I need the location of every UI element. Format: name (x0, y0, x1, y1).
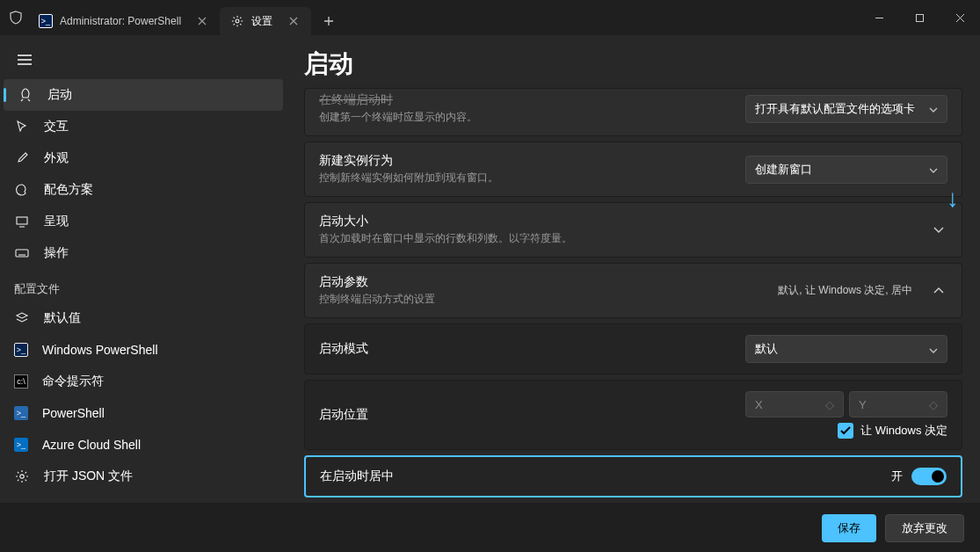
powershell-icon: >_ (14, 343, 28, 357)
svg-point-4 (20, 475, 24, 478)
checkbox-label: 让 Windows 决定 (860, 423, 947, 439)
profiles-header: 配置文件 (0, 269, 287, 302)
arrow-annotation: ↓ (947, 185, 959, 213)
toggle-state-label: 开 (891, 468, 903, 484)
sidebar-item-label: Windows PowerShell (42, 343, 158, 357)
card-subtitle: 控制新终端实例如何附加到现有窗口。 (319, 171, 733, 185)
card-title: 启动参数 (319, 274, 766, 290)
sidebar-item-appearance[interactable]: 外观 (0, 142, 287, 174)
open-json-button[interactable]: 打开 JSON 文件 (0, 461, 287, 492)
sidebar-item-startup[interactable]: 启动 (4, 79, 283, 111)
row-launch-position: 启动位置 X◇ Y◇ 让 Windows 决定 (304, 380, 962, 450)
card-title: 在终端启动时 (319, 92, 733, 108)
card-startup-content[interactable]: 在终端启动时 创建第一个终端时应显示的内容。 打开具有默认配置文件的选项卡 (304, 88, 962, 136)
main-content: 启动 在终端启动时 创建第一个终端时应显示的内容。 打开具有默认配置文件的选项卡… (287, 35, 980, 503)
launch-mode-select[interactable]: 默认 (745, 335, 947, 363)
powershell-icon: >_ (39, 14, 53, 28)
close-icon[interactable] (287, 14, 301, 28)
card-launch-params[interactable]: 启动参数 控制终端启动方式的设置 默认, 让 Windows 决定, 居中 (304, 263, 962, 318)
sidebar-item-cmd[interactable]: c:\ 命令提示符 (0, 366, 287, 397)
rocket-icon (18, 87, 33, 103)
y-input[interactable]: Y◇ (849, 391, 947, 418)
gear-icon (230, 14, 244, 28)
sidebar-item-label: 启动 (47, 87, 72, 103)
window-close-button[interactable] (940, 0, 980, 35)
new-instance-select[interactable]: 创建新窗口 (745, 156, 947, 184)
cmd-icon: c:\ (14, 374, 28, 389)
row-title: 在启动时居中 (320, 468, 891, 484)
keyboard-icon (14, 245, 30, 261)
card-title: 新建实例行为 (319, 153, 733, 169)
open-json-label: 打开 JSON 文件 (44, 468, 133, 484)
tab-settings[interactable]: 设置 (220, 7, 311, 35)
sidebar-item-label: PowerShell (42, 406, 105, 420)
sidebar-item-actions[interactable]: 操作 (0, 237, 287, 269)
sidebar-item-label: 配色方案 (44, 182, 93, 198)
minimize-button[interactable] (859, 0, 899, 35)
select-value: 创建新窗口 (755, 162, 812, 178)
checkbox-checked-icon (838, 423, 853, 439)
chevron-down-icon[interactable] (930, 227, 947, 233)
svg-point-0 (236, 19, 239, 23)
center-toggle[interactable] (911, 468, 947, 485)
layers-icon (14, 310, 30, 326)
new-tab-button[interactable] (316, 9, 341, 33)
sidebar-item-label: 命令提示符 (42, 374, 104, 389)
page-title: 启动 (287, 35, 980, 88)
row-title: 启动模式 (319, 341, 745, 357)
sidebar-item-label: 默认值 (44, 310, 81, 326)
brush-icon (14, 150, 30, 166)
sidebar-item-rendering[interactable]: 呈现 (0, 206, 287, 237)
chevron-up-icon[interactable] (930, 287, 947, 294)
card-summary: 默认, 让 Windows 决定, 居中 (778, 283, 912, 298)
palette-icon (14, 182, 30, 198)
pwsh-icon: >_ (14, 406, 28, 420)
svg-rect-3 (16, 250, 28, 257)
chevron-down-icon (929, 343, 938, 356)
monitor-icon (14, 214, 30, 229)
save-button[interactable]: 保存 (822, 514, 876, 542)
sidebar-item-interaction[interactable]: 交互 (0, 111, 287, 142)
spinner-icon: ◇ (929, 398, 938, 411)
sidebar-item-label: 呈现 (44, 214, 69, 229)
svg-rect-2 (17, 217, 27, 224)
card-subtitle: 创建第一个终端时应显示的内容。 (319, 110, 733, 125)
close-icon[interactable] (195, 14, 209, 28)
tab-label: Administrator: PowerShell (60, 15, 181, 27)
maximize-button[interactable] (899, 0, 940, 35)
card-launch-size[interactable]: 启动大小 首次加载时在窗口中显示的行数和列数。以字符度量。 (304, 202, 962, 258)
discard-button[interactable]: 放弃更改 (885, 514, 964, 542)
startup-content-select[interactable]: 打开具有默认配置文件的选项卡 (745, 95, 947, 123)
chevron-down-icon (929, 102, 938, 115)
sidebar-item-defaults[interactable]: 默认值 (0, 302, 287, 334)
sidebar-item-pwsh[interactable]: >_ PowerShell (0, 397, 287, 429)
shield-icon (7, 9, 25, 26)
row-title: 启动位置 (319, 407, 745, 423)
footer: 保存 放弃更改 (0, 503, 980, 552)
sidebar-item-winps[interactable]: >_ Windows PowerShell (0, 334, 287, 366)
sidebar-item-label: 交互 (44, 119, 69, 134)
x-input[interactable]: X◇ (745, 391, 844, 418)
card-title: 启动大小 (319, 214, 918, 229)
sidebar-item-azure[interactable]: >_ Azure Cloud Shell (0, 429, 287, 461)
sidebar-item-label: 外观 (44, 150, 69, 166)
azure-icon: >_ (14, 438, 28, 452)
spinner-icon: ◇ (825, 398, 834, 411)
tab-label: 设置 (251, 14, 272, 29)
card-new-instance[interactable]: 新建实例行为 控制新终端实例如何附加到现有窗口。 创建新窗口 (304, 142, 962, 197)
sidebar-item-label: Azure Cloud Shell (42, 438, 141, 452)
tab-powershell[interactable]: >_ Administrator: PowerShell (28, 7, 220, 35)
row-launch-mode: 启动模式 默认 (304, 323, 962, 374)
svg-rect-1 (916, 14, 923, 21)
select-value: 默认 (755, 341, 778, 357)
select-value: 打开具有默认配置文件的选项卡 (755, 101, 915, 117)
sidebar: 启动 交互 外观 配色方案 呈现 操作 配置文件 默认值 >_ Wind (0, 35, 287, 503)
sidebar-item-label: 操作 (44, 245, 69, 261)
hamburger-menu[interactable] (7, 42, 42, 77)
chevron-down-icon (929, 163, 938, 176)
cursor-icon (14, 119, 30, 134)
windows-decide-checkbox[interactable]: 让 Windows 决定 (838, 423, 947, 439)
card-subtitle: 首次加载时在窗口中显示的行数和列数。以字符度量。 (319, 231, 918, 246)
sidebar-item-colorschemes[interactable]: 配色方案 (0, 174, 287, 206)
titlebar: >_ Administrator: PowerShell 设置 (0, 0, 980, 35)
